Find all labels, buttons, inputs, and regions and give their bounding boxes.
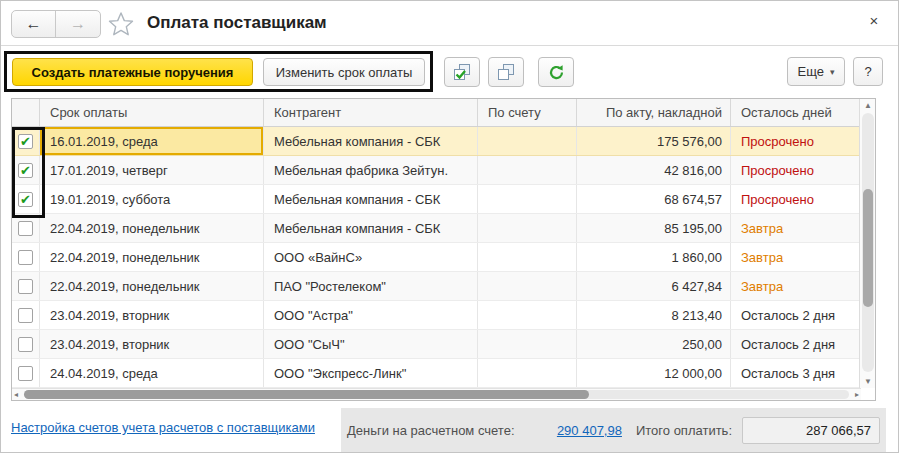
cell-invoice[interactable] <box>478 156 577 184</box>
table-row[interactable]: 23.04.2019, вторникООО "Астра"8 213,40Ос… <box>12 301 875 330</box>
checkbox-unchecked-icon[interactable] <box>18 337 33 352</box>
checkbox-unchecked-icon[interactable] <box>18 308 33 323</box>
table-row[interactable]: 23.04.2019, вторникООО "СыЧ"250,00Остало… <box>12 330 875 359</box>
cell-days-left[interactable]: Просрочено <box>731 156 859 184</box>
checkbox-checked-icon[interactable]: ✔ <box>18 192 33 207</box>
checkbox-unchecked-icon[interactable] <box>18 221 33 236</box>
cell-contractor[interactable]: ПАО "Ростелеком" <box>264 272 478 300</box>
cell-days-left[interactable]: Осталось 2 дня <box>731 330 859 358</box>
cell-due-date[interactable]: 17.01.2019, четверг <box>40 156 264 184</box>
more-button[interactable]: Еще ▾ <box>787 57 845 86</box>
checkbox-checked-icon[interactable]: ✔ <box>18 134 33 149</box>
row-select-cell[interactable]: ✔ <box>12 156 40 184</box>
cell-invoice[interactable] <box>478 330 577 358</box>
cell-invoice[interactable] <box>478 127 577 155</box>
cell-invoice[interactable] <box>478 359 577 387</box>
scroll-right-icon[interactable]: ▸ <box>855 390 859 399</box>
column-header-due-date[interactable]: Срок оплаты <box>40 99 264 126</box>
cell-due-date[interactable]: 24.04.2019, среда <box>40 359 264 387</box>
cell-days-left[interactable]: Завтра <box>731 272 859 300</box>
vertical-scrollbar[interactable]: ▲ ▼ <box>859 99 875 388</box>
cell-act-amount[interactable]: 1 860,00 <box>577 243 731 271</box>
checkbox-checked-icon[interactable]: ✔ <box>18 163 33 178</box>
row-select-cell[interactable] <box>12 330 40 358</box>
forward-button[interactable]: → <box>56 11 100 37</box>
cell-invoice[interactable] <box>478 301 577 329</box>
check-all-button[interactable] <box>444 57 480 87</box>
cell-contractor[interactable]: Мебельная компания - СБК <box>264 127 478 155</box>
checkbox-unchecked-icon[interactable] <box>18 366 33 381</box>
favorite-star-icon[interactable] <box>107 10 135 38</box>
cell-due-date[interactable]: 23.04.2019, вторник <box>40 330 264 358</box>
cell-act-amount[interactable]: 6 427,84 <box>577 272 731 300</box>
row-select-cell[interactable]: ✔ <box>12 127 40 155</box>
cell-act-amount[interactable]: 85 195,00 <box>577 214 731 242</box>
cell-contractor[interactable]: Мебельная фабрика Зейтун. <box>264 156 478 184</box>
cell-invoice[interactable] <box>478 185 577 213</box>
scroll-left-icon[interactable]: ◂ <box>14 390 18 399</box>
cell-days-left[interactable]: Просрочено <box>731 127 859 155</box>
create-payment-orders-button[interactable]: Создать платежные поручения <box>12 58 253 86</box>
cell-days-left[interactable]: Осталось 2 дня <box>731 301 859 329</box>
money-on-account-link[interactable]: 290 407,98 <box>557 423 622 438</box>
cell-due-date[interactable]: 22.04.2019, понедельник <box>40 243 264 271</box>
vertical-scroll-thumb[interactable] <box>863 189 873 307</box>
refresh-button[interactable] <box>538 57 574 87</box>
table-row[interactable]: 22.04.2019, понедельникПАО "Ростелеком"6… <box>12 272 875 301</box>
scroll-down-icon[interactable]: ▼ <box>860 377 876 386</box>
settings-link[interactable]: Настройка счетов учета расчетов с постав… <box>11 420 315 435</box>
checkbox-unchecked-icon[interactable] <box>18 250 33 265</box>
cell-days-left[interactable]: Просрочено <box>731 185 859 213</box>
uncheck-all-button[interactable] <box>488 57 524 87</box>
cell-due-date[interactable]: 22.04.2019, понедельник <box>40 214 264 242</box>
help-button[interactable]: ? <box>853 57 883 86</box>
table-row[interactable]: 22.04.2019, понедельникООО «ВайнС»1 860,… <box>12 243 875 272</box>
scroll-up-icon[interactable]: ▲ <box>860 101 876 110</box>
row-select-cell[interactable] <box>12 359 40 387</box>
cell-due-date[interactable]: 19.01.2019, суббота <box>40 185 264 213</box>
change-due-date-button[interactable]: Изменить срок оплаты <box>263 58 425 86</box>
cell-contractor[interactable]: Мебельная компания - СБК <box>264 185 478 213</box>
cell-due-date[interactable]: 22.04.2019, понедельник <box>40 272 264 300</box>
cell-contractor[interactable]: ООО "СыЧ" <box>264 330 478 358</box>
cell-days-left[interactable]: Осталось 3 дня <box>731 359 859 387</box>
row-select-cell[interactable] <box>12 243 40 271</box>
cell-act-amount[interactable]: 12 000,00 <box>577 359 731 387</box>
column-header-contractor[interactable]: Контрагент <box>264 99 478 126</box>
cell-contractor[interactable]: ООО «ВайнС» <box>264 243 478 271</box>
table-row[interactable]: ✔16.01.2019, средаМебельная компания - С… <box>12 127 875 156</box>
cell-act-amount[interactable]: 175 576,00 <box>577 127 731 155</box>
cell-days-left[interactable]: Завтра <box>731 214 859 242</box>
cell-act-amount[interactable]: 42 816,00 <box>577 156 731 184</box>
cell-invoice[interactable] <box>478 214 577 242</box>
table-row[interactable]: 22.04.2019, понедельникМебельная компани… <box>12 214 875 243</box>
cell-contractor[interactable]: Мебельная компания - СБК <box>264 214 478 242</box>
horizontal-scroll-track[interactable] <box>24 390 849 399</box>
cell-act-amount[interactable]: 8 213,40 <box>577 301 731 329</box>
cell-days-left[interactable]: Завтра <box>731 243 859 271</box>
cell-act-amount[interactable]: 250,00 <box>577 330 731 358</box>
vertical-scroll-track[interactable] <box>862 113 874 372</box>
checkbox-unchecked-icon[interactable] <box>18 279 33 294</box>
column-header-days-left[interactable]: Осталось дней <box>731 99 859 126</box>
cell-invoice[interactable] <box>478 272 577 300</box>
column-header-act[interactable]: По акту, накладной <box>577 99 731 126</box>
column-header-checkbox[interactable] <box>12 99 40 126</box>
row-select-cell[interactable] <box>12 214 40 242</box>
cell-due-date[interactable]: 23.04.2019, вторник <box>40 301 264 329</box>
cell-act-amount[interactable]: 68 674,57 <box>577 185 731 213</box>
table-row[interactable]: ✔19.01.2019, субботаМебельная компания -… <box>12 185 875 214</box>
horizontal-scroll-thumb[interactable] <box>24 390 589 399</box>
table-row[interactable]: ✔17.01.2019, четвергМебельная фабрика Зе… <box>12 156 875 185</box>
horizontal-scrollbar[interactable]: ◂ ▸ <box>12 388 861 400</box>
close-icon[interactable]: × <box>864 11 884 31</box>
cell-contractor[interactable]: ООО "Экспресс-Линк" <box>264 359 478 387</box>
cell-invoice[interactable] <box>478 243 577 271</box>
row-select-cell[interactable] <box>12 272 40 300</box>
row-select-cell[interactable]: ✔ <box>12 185 40 213</box>
column-header-invoice[interactable]: По счету <box>478 99 577 126</box>
row-select-cell[interactable] <box>12 301 40 329</box>
cell-due-date[interactable]: 16.01.2019, среда <box>40 127 264 155</box>
cell-contractor[interactable]: ООО "Астра" <box>264 301 478 329</box>
table-row[interactable]: 24.04.2019, средаООО "Экспресс-Линк"12 0… <box>12 359 875 388</box>
